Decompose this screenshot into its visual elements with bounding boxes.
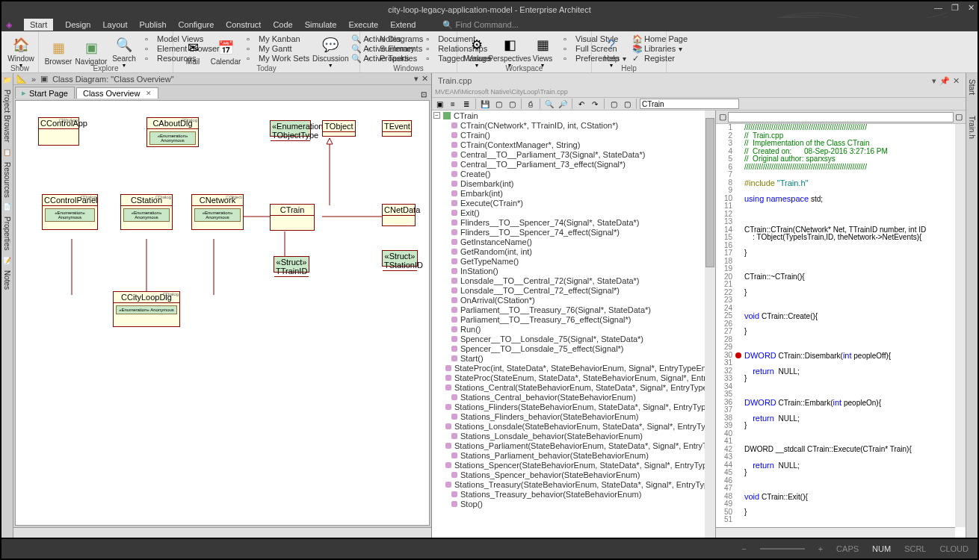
tree-method[interactable]: Lonsdale__TO__Central_72_effect(Signal*) [432, 285, 715, 295]
class-tevent[interactable]: TEvent [382, 120, 412, 137]
tab-classoverview[interactable]: Class Overview✕ [76, 87, 158, 99]
tb-btn3[interactable]: ≣ [460, 98, 472, 110]
tree-method[interactable]: CTrain(ContextManager*, String) [432, 140, 715, 149]
code-line[interactable]: 5// Original author: sparxsys [716, 155, 955, 164]
zoom-in[interactable]: + [818, 544, 823, 553]
code-editor[interactable]: ▢▢ 1////////////////////////////////////… [716, 111, 966, 538]
diag-dropdown[interactable]: ▾ [414, 74, 419, 84]
diag-expand[interactable]: » [31, 75, 36, 84]
tree-method[interactable]: Stations_Parliament(StateBehaviorEnum, S… [432, 441, 715, 450]
projbrowser-tab[interactable]: Project Browser [3, 87, 11, 146]
ed-btn1[interactable]: ▢ [719, 112, 726, 122]
code-line[interactable]: 37 [716, 406, 955, 414]
tb-btn9[interactable]: 🔎 [557, 98, 569, 110]
tree-method[interactable]: InStation() [432, 266, 715, 276]
tree-method[interactable]: Parliament__TO__Treasury_76_effect(Signa… [432, 314, 715, 324]
editor-hscroll[interactable] [716, 527, 955, 538]
tb-btn5[interactable]: ▢ [492, 98, 504, 110]
tree-method[interactable]: Stations_Central(StateBehaviorEnum, Stat… [432, 382, 715, 392]
class-ccontrolapp[interactable]: CControlAppCWinApp [38, 117, 79, 146]
editor-search[interactable] [728, 112, 954, 122]
tree-method[interactable]: Parliament__TO__Treasury_76(Signal*, Sta… [432, 305, 715, 314]
code-line[interactable]: 1///////////////////////////////////////… [716, 124, 955, 132]
worksets-button[interactable]: ▫My Work Sets [245, 54, 311, 63]
code-line[interactable]: 42DWORD __stdcall CTrain::Execute(CTrain… [716, 446, 955, 454]
tb-save[interactable]: 💾 [479, 98, 491, 110]
tree-method[interactable]: Stations_Treasury(StateBehaviorEnum, Sta… [432, 479, 715, 489]
menu-extend[interactable]: Extend [390, 20, 416, 29]
code-line[interactable]: 6///////////////////////////////////////… [716, 164, 955, 172]
editor-vscroll[interactable] [955, 124, 966, 527]
tb-btn1[interactable]: ▣ [433, 98, 445, 110]
code-line[interactable]: 45} [716, 469, 955, 477]
tree-method[interactable]: Stations_Central_behavior(StateBehaviorE… [432, 392, 715, 402]
rtab-trainh[interactable]: Train.h [968, 113, 976, 142]
code-line[interactable]: 31 [716, 359, 955, 367]
class-caboutdlg[interactable]: CAboutDlgCDialog«Enumeration» Anonymous [146, 117, 199, 147]
maximize-button[interactable]: ❐ [951, 3, 959, 13]
code-line[interactable]: 15 : TObject(TypeIsTrain,ID, theNetwork-… [716, 234, 955, 242]
tree-method[interactable]: Exit() [432, 208, 715, 217]
tree-method[interactable]: Central__TO__Parliament_73_effect(Signal… [432, 159, 715, 169]
diag-close[interactable]: ✕ [421, 74, 428, 84]
homepage-button[interactable]: 🏠Home Page [631, 34, 689, 43]
code-line[interactable]: 28 [716, 336, 955, 344]
tb-btn12[interactable]: ▢ [608, 98, 620, 110]
code-line[interactable]: 48void CTrain::Exit(){ [716, 493, 955, 501]
class-cnetdata[interactable]: CNetData [382, 204, 416, 226]
tree-method[interactable]: GetRandom(int, int) [432, 246, 715, 256]
tree-method[interactable]: Stations_Parliament_behavior(StateBehavi… [432, 450, 715, 460]
tb-btn10[interactable]: ↶ [575, 98, 587, 110]
tree-method[interactable]: Spencer__TO__Lonsdale_75(Signal*, StateD… [432, 334, 715, 343]
code-line[interactable]: 50} [716, 508, 955, 517]
code-line[interactable]: 34 [716, 383, 955, 391]
summary-button[interactable]: ▫Summary [366, 44, 419, 53]
code-line[interactable]: 41 [716, 438, 955, 446]
code-search-input[interactable] [640, 99, 739, 109]
tree-method[interactable]: Stations_Flinders(StateBehaviorEnum, Sta… [432, 402, 715, 411]
code-line[interactable]: 10using namespace std; [716, 195, 955, 203]
tree-method[interactable]: Stations_Spencer_behavior(StateBehaviorE… [432, 470, 715, 479]
code-close[interactable]: ✕ [953, 76, 960, 86]
code-line[interactable]: 3// Implementation of the Class CTrain [716, 140, 955, 148]
properties-button[interactable]: ▫Properties [366, 54, 419, 63]
code-line[interactable]: 16 [716, 242, 955, 250]
tb-btn6[interactable]: ▢ [506, 98, 518, 110]
tree-method[interactable]: Stations_Lonsdale(StateBehaviorEnum, Sta… [432, 421, 715, 431]
tree-method[interactable]: Stations_Treasury_behavior(StateBehavior… [432, 489, 715, 499]
libraries-button[interactable]: 📚Libraries ▾ [631, 44, 689, 53]
class-ccontrolpanel[interactable]: CControlPanelCDialog«Enumeration» Anonym… [42, 194, 98, 230]
code-line[interactable]: 27} [716, 328, 955, 336]
code-line[interactable]: 36DWORD CTrain::Embark(int peopleOn){ [716, 399, 955, 407]
tree-method[interactable]: OnArrival(CStation*) [432, 295, 715, 305]
tree-method[interactable]: Spencer__TO__Lonsdale_75_effect(Signal*) [432, 343, 715, 353]
menu-publish[interactable]: Publish [140, 20, 167, 29]
ed-btn2[interactable]: ▢ [955, 112, 963, 122]
properties-tab[interactable]: Properties [3, 214, 11, 254]
tree-method[interactable]: CTrain(CNetwork*, TTrainID, int, CStatio… [432, 120, 715, 130]
minimize-button[interactable]: — [934, 3, 942, 13]
class-ttrainid[interactable]: «Struct» TTrainID [274, 256, 309, 273]
code-dropdown[interactable]: ▾ [932, 76, 936, 86]
tree-method[interactable]: Lonsdale__TO__Central_72(Signal*, StateD… [432, 276, 715, 285]
method-tree[interactable]: −CTrain CTrain(CNetwork*, TTrainID, int,… [432, 111, 716, 538]
tree-method[interactable]: Execute(CTrain*) [432, 198, 715, 208]
class-cstation[interactable]: CStationCDialog«Enumeration» Anonymous [120, 194, 173, 230]
class-cnetwork[interactable]: CNetworkCObject«Enumeration» Anonymous [191, 194, 244, 230]
diag-options[interactable]: ⊡ [416, 90, 431, 99]
gantt-button[interactable]: ▫My Gantt [245, 44, 311, 53]
find-command[interactable]: 🔍 Find Command... [442, 20, 518, 30]
notes-button[interactable]: ▫Notes [366, 34, 419, 43]
code-line[interactable]: 8#include "Train.h" [716, 179, 955, 187]
properties-icon[interactable]: 📄 [3, 203, 11, 211]
code-line[interactable]: 19 [716, 265, 955, 273]
code-line[interactable]: 18 [716, 258, 955, 266]
zoom-out[interactable]: − [741, 544, 746, 553]
class-tobjecttype[interactable]: «Enumeration» TObjectType [270, 120, 311, 137]
tb-btn2[interactable]: ≡ [447, 98, 459, 110]
close-button[interactable]: ✕ [968, 3, 975, 13]
rtab-start[interactable]: Start [968, 76, 976, 98]
code-line[interactable]: 43 [716, 453, 955, 461]
code-line[interactable]: 12 [716, 211, 955, 219]
code-line[interactable]: 46 [716, 477, 955, 485]
